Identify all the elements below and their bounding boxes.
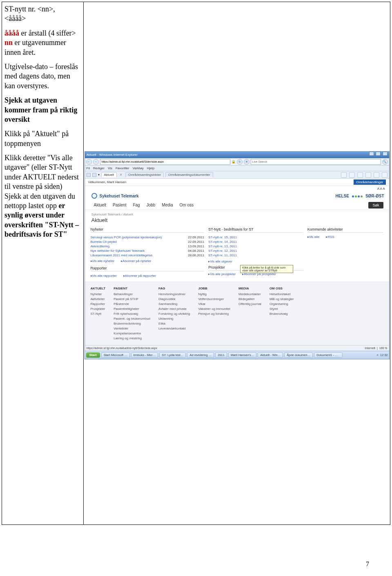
taskbar-item[interactable]: SY: Lydia test…: [159, 352, 186, 358]
tab-omrade-dok[interactable]: Områdesamlingsdokumenter: [165, 172, 213, 177]
vis-alle-prosjekter-link[interactable]: ▸Vis alle prosjekter: [208, 272, 236, 276]
brand-left: Sykehuset Telemark: [100, 194, 139, 198]
ie-screenshot: Aktuelt - Windows Internet Explorer ← → …: [85, 151, 390, 359]
stnytt-item[interactable]: ST-nytt nr. 11, 2011: [208, 253, 303, 258]
left-l5: Utgivelse-dato – foreslås med dagens dat…: [4, 63, 78, 90]
breadcrumb: Sykehuset Telemark / Aktuelt: [85, 210, 389, 216]
sok-button[interactable]: Søk: [368, 202, 383, 208]
left-l6: Sjekk at utgaven kommer fram på riktig o…: [4, 96, 77, 123]
rapporter-heading: Rapporter: [91, 266, 205, 271]
left-red-aaaa: åååå: [4, 29, 19, 37]
stnytt-heading: ST-Nytt - bedriftsavis for ST: [208, 227, 303, 233]
left-line1: ST-nytt nr. <nn>,: [4, 5, 55, 13]
site-actions-button[interactable]: Områdehandlinger: [354, 179, 385, 185]
vis-alle-link[interactable]: ▸Vis alle: [307, 235, 320, 239]
stnytt-item[interactable]: ST-nytt nr. 15, 2011: [208, 235, 303, 240]
stnytt-item[interactable]: ST-nytt nr. 13, 2011: [208, 244, 303, 249]
left-l4b: er utgavenummer innen året.: [4, 38, 66, 56]
vis-alle-rapporter-link[interactable]: ▸Vis alle rapporter: [91, 274, 117, 278]
feed-icon[interactable]: [349, 172, 355, 178]
stop-button[interactable]: ✕: [244, 159, 249, 165]
tooltip: Klikk på lenke for å gå til side som vis…: [240, 265, 293, 273]
print-icon[interactable]: [357, 172, 363, 178]
address-bar[interactable]: [100, 159, 230, 165]
back-button[interactable]: ←: [86, 159, 92, 165]
taskbar-item[interactable]: 2011: [215, 352, 227, 358]
left-line2: <åååå>: [4, 14, 26, 22]
status-zone: Internett: [365, 347, 375, 350]
page-icon[interactable]: [365, 172, 371, 178]
taskbar-item[interactable]: Åpne dokumen…: [284, 352, 313, 358]
taskbar-item[interactable]: Aktuelt - Win…: [258, 352, 283, 358]
page-number: 7: [366, 560, 369, 568]
news-item[interactable]: Akkreditering: [91, 244, 110, 248]
hospital-logo-icon: [91, 193, 97, 199]
minimize-icon[interactable]: [369, 152, 374, 156]
news-item[interactable]: Borrelia C6 peptid: [91, 240, 117, 244]
tab-close-icon[interactable]: ✕: [118, 173, 124, 177]
welcome-text: Velkommen, Marit Hansen: [88, 180, 127, 184]
font-size-controls[interactable]: A A A: [85, 186, 389, 191]
maximize-icon[interactable]: [376, 152, 381, 156]
left-l8: Klikk deretter "Vis alle utgaver" (eller…: [4, 154, 79, 191]
close-icon[interactable]: [383, 152, 388, 156]
page-title: Aktuelt: [85, 216, 389, 227]
abonner-rapporter-link[interactable]: ▸Abonner på rapporter: [123, 274, 156, 278]
vis-alle-nyheter-link[interactable]: ▸Vis alle nyheter: [91, 259, 115, 263]
window-titlebar: Aktuelt - Windows Internet Explorer: [85, 152, 389, 158]
status-url: https://admin.st.fgl.nhn.no/aktuelt/st-n…: [87, 347, 158, 350]
taskbar-item[interactable]: Start Microsoft Offic…: [101, 352, 130, 358]
lock-icon: 🔒: [232, 160, 236, 164]
search-go-button[interactable]: 🔍: [382, 159, 388, 165]
taskbar-item[interactable]: Dokument1 - M…: [314, 352, 343, 358]
status-zoom[interactable]: 100 %: [379, 347, 388, 350]
forward-button[interactable]: →: [93, 159, 99, 165]
ie-menubar[interactable]: FilRedigerVisFavoritterVerktøyHjelp: [85, 166, 389, 171]
start-button[interactable]: Start: [86, 352, 100, 358]
rss-link[interactable]: ▸RSS: [326, 235, 334, 239]
news-item[interactable]: Låveseminaret 2011 med rekorddeltagelse: [91, 253, 153, 257]
kommende-heading: Kommende aktiviteter: [307, 227, 383, 233]
main-nav[interactable]: AktueltPasientFagJobbMediaOm oss: [91, 200, 197, 210]
home-icon[interactable]: [341, 172, 347, 178]
refresh-button[interactable]: ↻: [237, 159, 243, 165]
left-l7: Klikk på "Aktuelt" på toppmenyen: [4, 130, 69, 147]
abonner-nyheter-link[interactable]: ▸Abonner på nyheter: [121, 259, 151, 263]
tray-icon[interactable]: «: [377, 353, 379, 357]
vis-alle-utgaver-link[interactable]: ▸Vis alle utgaver: [208, 259, 303, 264]
tools-icon[interactable]: [374, 172, 379, 178]
taskbar-item[interactable]: Ad revidering …: [187, 352, 214, 358]
favorites-icon[interactable]: [87, 173, 91, 177]
stnytt-item[interactable]: ST-nytt nr. 14, 2011: [208, 240, 303, 244]
left-l3b: er årstall (4 siffer>: [19, 29, 76, 37]
stnytt-item[interactable]: ST-nytt nr. 12, 2011: [208, 249, 303, 253]
tab-aktuelt[interactable]: Aktuelt: [101, 172, 117, 177]
help-icon[interactable]: [382, 172, 388, 178]
news-item[interactable]: Serologi versus PCR (polymerase kjederea…: [91, 235, 162, 239]
taskbar-item[interactable]: Marit Hansen's…: [228, 352, 256, 358]
window-title: Aktuelt - Windows Internet Explorer: [87, 152, 138, 158]
tab-omrade-bilder[interactable]: Områdesamlingsbilder: [125, 172, 164, 177]
search-input[interactable]: [251, 159, 381, 165]
news-item[interactable]: Nye nettsider for Sykehuset Telemark: [91, 249, 145, 253]
clock: 12:32: [380, 353, 388, 357]
taskbar-item[interactable]: Innboks - Micr…: [131, 352, 158, 358]
add-fav-icon[interactable]: [92, 173, 96, 177]
nyheter-heading: Nyheter: [91, 227, 205, 233]
left-red-nn: nn: [4, 38, 13, 47]
